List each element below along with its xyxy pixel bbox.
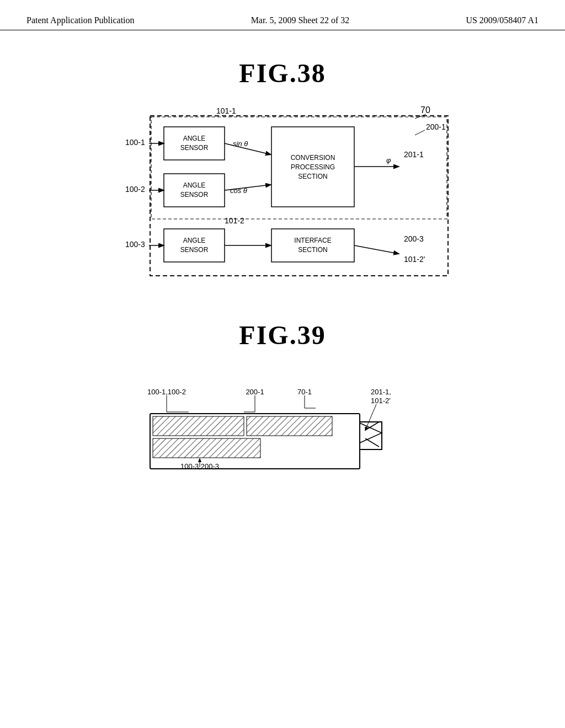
fig38-diagram: 70 101-1 200-1 ANGLE SENSOR ANGLE SENSOR… bbox=[84, 105, 481, 292]
fig39-diagram: 100-1,100-2 200-1 70-1 201-1, 101-2' bbox=[134, 383, 431, 494]
angle-sensor-1-label: ANGLE bbox=[183, 135, 206, 142]
label-101-2: 101-2 bbox=[225, 216, 244, 225]
date-sheet-label: Mar. 5, 2009 Sheet 22 of 32 bbox=[251, 15, 350, 25]
angle-sensor-1-label2: SENSOR bbox=[180, 144, 209, 152]
label-70: 70 bbox=[420, 105, 430, 115]
label-100-3: 100-3 bbox=[125, 240, 145, 249]
conversion-label2: PROCESSING bbox=[291, 163, 335, 171]
header-left: Patent Application Publication bbox=[26, 15, 135, 25]
fig38-title: FIG.38 bbox=[26, 58, 539, 88]
fig39-label-101-2prime: 101-2' bbox=[371, 397, 391, 405]
label-200-1-top: 200-1 bbox=[426, 122, 446, 131]
header-right: US 2009/058407 A1 bbox=[466, 15, 539, 25]
svg-rect-7 bbox=[164, 229, 225, 262]
interface-label2: SECTION bbox=[298, 246, 327, 254]
svg-marker-33 bbox=[360, 423, 382, 443]
label-101-1: 101-1 bbox=[216, 106, 236, 115]
main-content: FIG.38 70 101-1 200-1 ANGLE SENSOR ANGLE bbox=[0, 30, 565, 505]
sin-theta-label: sin θ bbox=[233, 140, 248, 148]
svg-rect-6 bbox=[164, 174, 225, 207]
patent-number-label: US 2009/058407 A1 bbox=[466, 15, 539, 25]
fig39-title: FIG.39 bbox=[26, 320, 539, 350]
label-100-1: 100-1 bbox=[125, 138, 145, 147]
angle-sensor-3-label2: SENSOR bbox=[180, 246, 209, 254]
svg-line-1 bbox=[415, 114, 426, 119]
svg-line-14 bbox=[354, 245, 398, 254]
conversion-label3: SECTION bbox=[298, 173, 327, 180]
svg-rect-27 bbox=[153, 416, 244, 436]
fig39-label-200-1: 200-1 bbox=[246, 388, 264, 396]
svg-rect-28 bbox=[247, 416, 332, 436]
label-200-3: 200-3 bbox=[404, 234, 424, 243]
svg-rect-30 bbox=[360, 422, 382, 449]
fig39-label-100-1-100-2: 100-1,100-2 bbox=[147, 388, 186, 396]
angle-sensor-3-label: ANGLE bbox=[183, 237, 206, 244]
label-101-2prime-right: 101-2' bbox=[404, 255, 425, 264]
angle-sensor-2-label2: SENSOR bbox=[180, 191, 209, 199]
angle-sensor-2-label: ANGLE bbox=[183, 181, 206, 189]
label-201-1: 201-1 bbox=[404, 150, 424, 159]
conversion-label1: CONVERSION bbox=[291, 154, 335, 162]
phi-label: φ bbox=[386, 156, 391, 164]
svg-line-4 bbox=[415, 130, 425, 135]
svg-rect-5 bbox=[164, 127, 225, 160]
cos-theta-label: cos θ bbox=[230, 186, 247, 195]
fig39-label-70-1: 70-1 bbox=[297, 388, 312, 396]
svg-rect-29 bbox=[153, 438, 260, 458]
interface-label1: INTERFACE bbox=[294, 237, 331, 244]
publication-label: Patent Application Publication bbox=[26, 15, 135, 25]
fig39-label-201-1: 201-1, bbox=[371, 388, 391, 396]
label-100-2: 100-2 bbox=[125, 185, 145, 194]
header-center: Mar. 5, 2009 Sheet 22 of 32 bbox=[251, 15, 350, 25]
page-header: Patent Application Publication Mar. 5, 2… bbox=[0, 0, 565, 30]
fig38-svg: 70 101-1 200-1 ANGLE SENSOR ANGLE SENSOR… bbox=[84, 105, 481, 292]
fig39-svg: 100-1,100-2 200-1 70-1 201-1, 101-2' bbox=[134, 383, 443, 505]
svg-rect-9 bbox=[271, 229, 354, 262]
